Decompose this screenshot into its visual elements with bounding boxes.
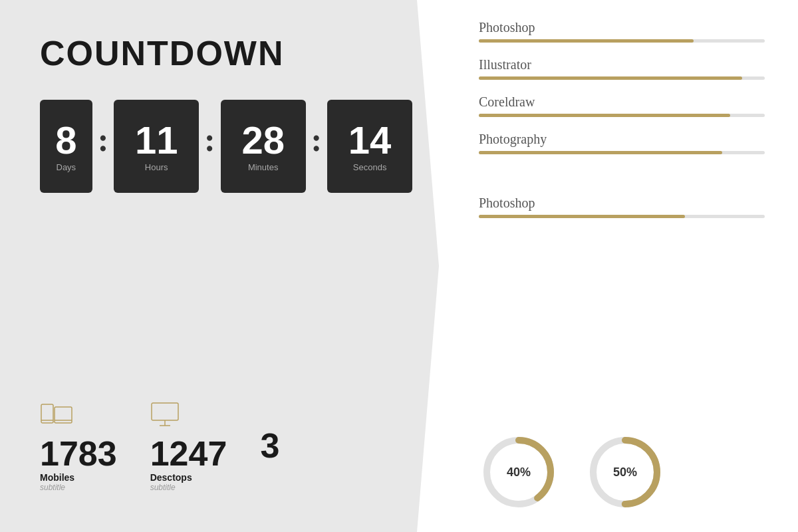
skill-photoshop-bar-bg [479, 39, 765, 43]
left-panel: COUNTDOWN 8 Days : 11 Hours : 28 Minutes… [0, 0, 439, 532]
skill-photography-name: Photography [479, 132, 765, 147]
countdown-title: COUNTDOWN [40, 33, 412, 73]
desktop-icon [150, 402, 184, 431]
donut-40: 40% [479, 432, 559, 512]
timer-hours-block: 11 Hours [114, 100, 199, 193]
desktops-number: 1247 [150, 436, 227, 471]
donut-40-wrapper: 40% [479, 432, 559, 512]
desktops-title: Desctops [150, 472, 192, 483]
donut-50: 50% [585, 432, 665, 512]
skill-illustrator: Illustrator [479, 57, 765, 80]
donuts-section: 40% 50% [479, 419, 765, 512]
skill-photoshop-name: Photoshop [479, 20, 765, 35]
timer-row: 8 Days : 11 Hours : 28 Minutes : 14 Seco… [40, 100, 412, 193]
skill-photography: Photography [479, 132, 765, 154]
skill-photography-bar-fill [479, 151, 722, 154]
mobiles-subtitle: subtitle [40, 483, 65, 492]
skill-photoshop2-name: Photoshop [479, 196, 765, 211]
svg-rect-4 [152, 403, 178, 420]
skill-illustrator-bar-fill [479, 76, 742, 80]
timer-minutes-block: 28 Minutes [221, 100, 306, 193]
skills-section: Photoshop Illustrator Coreldraw Photogra… [479, 20, 765, 419]
timer-days-label: Days [57, 162, 76, 172]
skill-coreldraw: Coreldraw [479, 94, 765, 117]
donut-50-label: 50% [613, 466, 637, 479]
mobiles-title: Mobiles [40, 472, 74, 483]
skill-illustrator-name: Illustrator [479, 57, 765, 72]
skill-photoshop2-bar-bg [479, 215, 765, 218]
timer-hours-number: 11 [135, 121, 178, 160]
mobile-icon [40, 402, 73, 431]
skill-coreldraw-name: Coreldraw [479, 94, 765, 110]
timer-hours-label: Hours [145, 162, 168, 172]
timer-seconds-block: 14 Seconds [327, 100, 412, 193]
colon-2: : [204, 120, 215, 159]
skill-photoshop: Photoshop [479, 20, 765, 43]
skill-coreldraw-bar-fill [479, 114, 730, 117]
stats-row: 1783 Mobiles subtitle 1247 Desctops subt… [40, 402, 300, 492]
timer-minutes-number: 28 [241, 121, 285, 160]
stat-desktops: 1247 Desctops subtitle [150, 402, 227, 492]
other-number: 3 [260, 428, 300, 463]
skill-photography-bar-bg [479, 151, 765, 154]
colon-1: : [98, 120, 109, 159]
donut-50-wrapper: 50% [585, 432, 665, 512]
right-panel: Photoshop Illustrator Coreldraw Photogra… [439, 0, 798, 532]
skill-illustrator-bar-bg [479, 76, 765, 80]
colon-3: : [311, 120, 323, 159]
timer-seconds-label: Seconds [353, 162, 387, 172]
timer-minutes-label: Minutes [248, 162, 279, 172]
skill-photoshop-bar-fill [479, 39, 694, 43]
timer-days-number: 8 [55, 121, 76, 160]
timer-seconds-number: 14 [348, 121, 392, 160]
skill-photoshop2-bar-fill [479, 215, 685, 218]
timer-days-block: 8 Days [40, 100, 92, 193]
mobiles-number: 1783 [40, 436, 117, 471]
skill-photoshop2: Photoshop [479, 196, 765, 218]
stat-other: 3 [260, 402, 300, 463]
skill-coreldraw-bar-bg [479, 114, 765, 117]
desktops-subtitle: subtitle [150, 483, 176, 492]
stat-mobiles: 1783 Mobiles subtitle [40, 402, 117, 492]
donut-40-label: 40% [507, 466, 531, 479]
